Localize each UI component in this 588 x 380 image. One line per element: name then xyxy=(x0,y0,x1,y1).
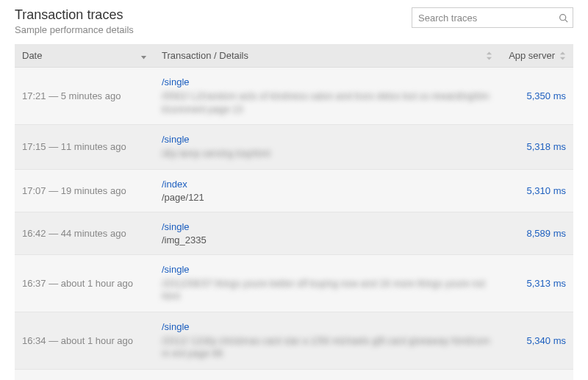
trace-details-cell: /single/0562/ L2/random acts of kindness… xyxy=(154,68,500,125)
transaction-detail: /diy lamp serving trayhtml xyxy=(162,147,492,160)
col-transaction-label: Transaction / Details xyxy=(162,50,248,61)
transaction-detail: /2012/ 12/diy christmas card star a 1/56… xyxy=(162,334,492,360)
transaction-detail: /0562/ L2/random acts of kindness salon … xyxy=(162,90,492,115)
page-title: Transaction traces xyxy=(15,7,134,23)
trace-date: 16:29 — about 1 hour ago xyxy=(15,369,154,380)
transaction-detail: /page/121 xyxy=(162,192,492,203)
table-row: 17:15 — 11 minutes ago/single/diy lamp s… xyxy=(15,125,573,170)
app-server-link[interactable]: 5,340 ms xyxy=(527,335,566,346)
transaction-detail: /2012/08/37 things youre better off buyi… xyxy=(162,277,492,303)
table-row: 16:34 — about 1 hour ago/single/2012/ 12… xyxy=(15,312,573,369)
app-server-time: 5,495 ms xyxy=(500,369,573,380)
page-subtitle: Sample performance details xyxy=(15,24,134,35)
transaction-link[interactable]: /single xyxy=(162,321,190,332)
table-row: 16:37 — about 1 hour ago/single/2012/08/… xyxy=(15,254,573,312)
sort-both-icon xyxy=(559,51,566,60)
app-server-time: 5,310 ms xyxy=(500,169,573,212)
transaction-link[interactable]: /index xyxy=(162,179,187,190)
trace-details-cell: /single/2012/08/37 things youre better o… xyxy=(154,254,500,312)
trace-date: 17:07 — 19 minutes ago xyxy=(15,169,154,212)
trace-date: 17:15 — 11 minutes ago xyxy=(15,125,154,170)
app-server-link[interactable]: 5,310 ms xyxy=(527,185,566,196)
svg-point-0 xyxy=(560,14,566,20)
table-row: 17:07 — 19 minutes ago/index/page/1215,3… xyxy=(15,169,573,212)
svg-line-1 xyxy=(565,19,567,21)
trace-date: 16:34 — about 1 hour ago xyxy=(15,312,154,369)
col-transaction[interactable]: Transaction / Details xyxy=(154,44,500,68)
sort-both-icon xyxy=(486,51,492,60)
search-box[interactable] xyxy=(412,7,573,28)
transaction-link[interactable]: /single xyxy=(162,76,190,87)
trace-date: 16:42 — 44 minutes ago xyxy=(15,212,154,254)
search-icon xyxy=(559,13,568,23)
app-server-link[interactable]: 5,313 ms xyxy=(527,278,566,289)
trace-details-cell: /single/img_2335 xyxy=(154,212,500,254)
traces-table: Date Transaction / Details App server xyxy=(15,44,573,380)
transaction-detail: /img_2335 xyxy=(162,234,492,245)
col-app-server-label: App server xyxy=(509,50,555,61)
trace-details-cell: /single/diy lamp serving trayhtml xyxy=(154,125,500,170)
transaction-link[interactable]: /single xyxy=(162,221,190,232)
table-row: 16:42 — 44 minutes ago/single/img_23358,… xyxy=(15,212,573,254)
app-server-time: 5,350 ms xyxy=(500,68,573,125)
col-app-server[interactable]: App server xyxy=(500,44,573,68)
trace-details-cell: /single/2013/05/quick easy sombrero cook… xyxy=(154,369,500,380)
app-server-link[interactable]: 5,350 ms xyxy=(527,90,566,101)
panel-header: Transaction traces Sample performance de… xyxy=(15,7,573,35)
table-row: 17:21 — 5 minutes ago/single/0562/ L2/ra… xyxy=(15,68,573,125)
app-server-time: 5,340 ms xyxy=(500,312,573,369)
trace-details-cell: /index/page/121 xyxy=(154,169,500,212)
transaction-link[interactable]: /single xyxy=(162,134,190,145)
sort-desc-icon xyxy=(140,51,147,60)
col-date-label: Date xyxy=(22,50,42,61)
app-server-time: 5,318 ms xyxy=(500,125,573,170)
trace-date: 17:21 — 5 minutes ago xyxy=(15,68,154,125)
trace-details-cell: /single/2012/ 12/diy christmas card star… xyxy=(154,312,500,369)
col-date[interactable]: Date xyxy=(15,44,154,68)
table-row: 16:29 — about 1 hour ago/single/2013/05/… xyxy=(15,369,573,380)
app-server-link[interactable]: 8,589 ms xyxy=(527,228,566,239)
app-server-link[interactable]: 5,318 ms xyxy=(527,141,566,152)
transaction-link[interactable]: /single xyxy=(162,264,190,275)
app-server-time: 8,589 ms xyxy=(500,212,573,254)
app-server-time: 5,313 ms xyxy=(500,254,573,312)
trace-date: 16:37 — about 1 hour ago xyxy=(15,254,154,312)
search-input[interactable] xyxy=(418,12,559,24)
